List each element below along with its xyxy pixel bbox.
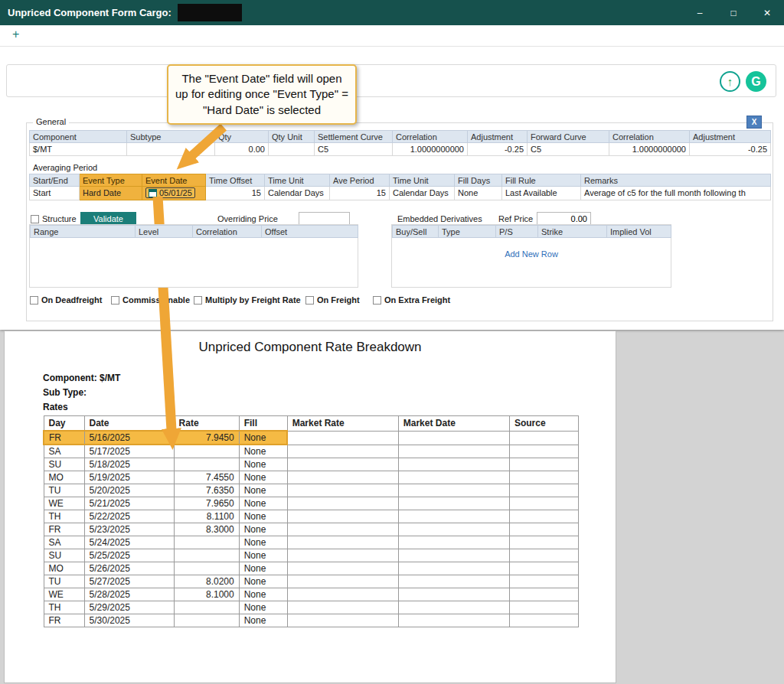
rate-row[interactable]: MO5/26/2025None (44, 562, 579, 575)
time-offset-cell[interactable]: 15 (206, 187, 265, 200)
time-unit-cell[interactable]: Calendar Days (265, 187, 330, 200)
start-end-cell[interactable]: Start (30, 187, 80, 200)
structure-checkbox[interactable]: Structure (31, 214, 77, 223)
qty-cell[interactable]: 0.00 (215, 143, 269, 156)
rate-cell: 5/20/2025 (84, 484, 174, 497)
event-date-field[interactable]: 05/01/25 (145, 187, 195, 198)
rate-cell (398, 445, 509, 458)
multiply-by-freight-rate-box[interactable] (194, 296, 202, 305)
embedded-derivatives-label: Embedded Derivatives (397, 214, 482, 223)
adjustment-2-cell[interactable]: -0.25 (690, 143, 771, 156)
adjustment-cell[interactable]: -0.25 (468, 143, 528, 156)
ave-period-cell[interactable]: 15 (330, 187, 390, 200)
rate-cell: None (239, 510, 287, 523)
on-deadfreight-label: On Deadfreight (41, 295, 102, 305)
rate-row[interactable]: FR5/16/20257.9450None (44, 431, 579, 445)
rate-cell (509, 575, 578, 588)
rate-cell: 7.4550 (174, 471, 239, 484)
rate-row[interactable]: TU5/20/20257.6350None (44, 484, 579, 497)
commissionable-checkbox[interactable]: Commissionable (111, 295, 190, 305)
rate-cell: 5/26/2025 (84, 562, 174, 575)
multiply-by-freight-rate-checkbox[interactable]: Multiply by Freight Rate (194, 295, 301, 305)
rate-cell: 8.1000 (174, 588, 239, 601)
rate-cell (398, 431, 509, 445)
correlation-2-cell[interactable]: 1.0000000000 (609, 143, 690, 156)
rate-row[interactable]: WE5/28/20258.1000None (44, 588, 579, 601)
subtype-cell[interactable] (127, 143, 215, 156)
breakdown-subtype-label: Sub Type: (43, 387, 87, 398)
rate-cell: WE (44, 497, 84, 510)
averaging-period-label: Averaging Period (33, 163, 97, 172)
col-event-type: Event Type (80, 174, 142, 187)
fill-rule-cell[interactable]: Last Available (502, 187, 581, 200)
add-new-row-link[interactable]: Add New Row (392, 249, 671, 259)
col-range: Range (31, 226, 136, 238)
rate-cell (287, 588, 398, 601)
general-grid: Component Subtype Qty Qty Unit Settlemen… (29, 130, 771, 156)
rate-row[interactable]: SA5/17/2025None (44, 445, 579, 458)
time-unit-2-cell[interactable]: Calendar Days (390, 187, 455, 200)
commissionable-box[interactable] (111, 296, 119, 305)
rate-row[interactable]: WE5/21/20257.9650None (44, 497, 579, 510)
rate-cell: None (239, 431, 287, 445)
grammarly-icon[interactable]: G (746, 71, 766, 92)
fill-days-cell[interactable]: None (455, 187, 502, 200)
rate-cell: None (239, 614, 287, 627)
rates-header-row: Day Date Rate Fill Market Rate Market Da… (44, 416, 579, 432)
rate-row[interactable]: SU5/25/2025None (44, 549, 579, 562)
rate-row[interactable]: SU5/18/2025None (44, 458, 579, 471)
rate-row[interactable]: FR5/23/20258.3000None (44, 523, 579, 536)
col-settlement-curve: Settlement Curve (315, 131, 393, 143)
settlement-curve-cell[interactable]: C5 (315, 143, 393, 156)
col-implied-vol: Implied Vol (607, 226, 671, 238)
general-close-button[interactable]: X (746, 116, 762, 129)
col-event-date: Event Date (142, 174, 206, 187)
range-header-row: Range Level Correlation Offset (31, 226, 358, 238)
col-rate: Rate (174, 416, 239, 432)
averaging-header-row: Start/End Event Type Event Date Time Off… (30, 174, 771, 187)
averaging-data-row: Start Hard Date 05/01/25 15 Calendar Day… (30, 187, 771, 200)
rate-row[interactable]: SA5/24/2025None (44, 536, 579, 549)
event-date-cell[interactable]: 05/01/25 (142, 187, 206, 200)
maximize-button[interactable]: □ (717, 0, 750, 25)
upload-icon[interactable]: ↑ (720, 71, 740, 92)
qty-unit-cell[interactable] (269, 143, 315, 156)
rate-cell: 5/24/2025 (84, 536, 174, 549)
col-remarks: Remarks (581, 174, 771, 187)
close-button[interactable]: ✕ (750, 0, 784, 25)
rate-cell (287, 601, 398, 614)
on-freight-checkbox[interactable]: On Freight (305, 295, 360, 305)
correlation-cell[interactable]: 1.0000000000 (393, 143, 468, 156)
rate-cell (398, 510, 509, 523)
new-tab-button[interactable]: + (12, 28, 19, 41)
rate-cell (398, 458, 509, 471)
rate-row[interactable]: TU5/27/20258.0200None (44, 575, 579, 588)
component-cell[interactable]: $/MT (30, 143, 127, 156)
on-extra-freight-checkbox[interactable]: On Extra Freight (373, 295, 450, 305)
remarks-cell[interactable]: Average of c5 for the full month followi… (581, 187, 771, 200)
event-type-cell[interactable]: Hard Date (80, 187, 142, 200)
on-freight-box[interactable] (305, 296, 314, 305)
on-deadfreight-checkbox[interactable]: On Deadfreight (30, 295, 102, 305)
forward-curve-cell[interactable]: C5 (528, 143, 609, 156)
col-correlation-2: Correlation (609, 131, 690, 143)
rate-row[interactable]: TH5/29/2025None (44, 601, 579, 614)
minimize-button[interactable]: – (683, 0, 717, 25)
structure-checkbox-box[interactable] (31, 215, 39, 223)
rate-cell: None (239, 601, 287, 614)
rate-cell: 5/25/2025 (84, 549, 174, 562)
on-extra-freight-box[interactable] (373, 296, 381, 305)
rate-cell: 5/29/2025 (84, 601, 174, 614)
col-market-rate: Market Rate (287, 416, 398, 432)
rate-row[interactable]: TH5/22/20258.1100None (44, 510, 579, 523)
col-fill: Fill (239, 416, 287, 432)
rate-row[interactable]: FR5/30/2025None (44, 614, 579, 627)
calendar-icon[interactable] (149, 189, 157, 197)
col-adjustment-2: Adjustment (690, 131, 771, 143)
rate-cell: SA (44, 536, 84, 549)
rate-cell: 5/23/2025 (84, 523, 174, 536)
rate-cell: None (239, 562, 287, 575)
on-deadfreight-box[interactable] (30, 296, 38, 305)
rate-row[interactable]: MO5/19/20257.4550None (44, 471, 579, 484)
derivatives-header-row: Buy/Sell Type P/S Strike Implied Vol (393, 226, 671, 238)
